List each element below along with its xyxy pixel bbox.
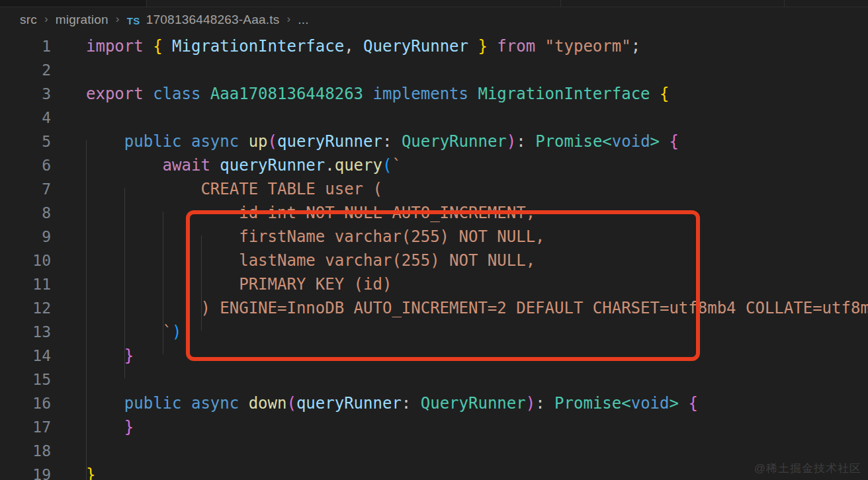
line-number[interactable]: 18 [0,439,51,463]
code-text: PRIMARY KEY (id) [51,272,392,296]
code-text: import { MigrationInterface, QueryRunner… [51,34,640,58]
active-editor-tab[interactable] [0,0,147,7]
code-line[interactable]: 16 public async down(queryRunner: QueryR… [0,391,868,415]
code-line[interactable]: 15 [0,368,868,391]
code-line[interactable]: 13 `) [0,320,868,344]
watermark: @稀土掘金技术社区 [754,461,861,476]
breadcrumb-item-filename[interactable]: 1708136448263-Aaa.ts [146,13,280,27]
code-text: lastName varchar(255) NOT NULL, [51,249,535,272]
code-editor[interactable]: 1import { MigrationInterface, QueryRunne… [0,34,868,480]
code-line[interactable]: 3export class Aaa1708136448263 implement… [0,82,868,106]
line-number[interactable]: 12 [0,296,51,320]
breadcrumb-item-symbol[interactable]: ... [298,13,308,27]
indent-guide [124,188,125,378]
code-line[interactable]: 6 await queryRunner.query(` [0,153,868,177]
code-text: id int NOT NULL AUTO_INCREMENT, [51,201,535,225]
typescript-file-icon: TS [127,15,140,26]
code-text: public async up(queryRunner: QueryRunner… [51,130,679,153]
code-text: CREATE TABLE user ( [51,177,382,201]
code-line[interactable]: 19} [0,463,868,480]
code-text: await queryRunner.query(` [51,153,402,177]
code-line[interactable]: 2 [0,58,868,82]
line-number[interactable]: 10 [0,249,51,272]
line-number[interactable]: 15 [0,368,51,391]
line-number[interactable]: 11 [0,272,51,296]
line-number[interactable]: 17 [0,415,51,439]
indent-guide [201,235,202,331]
code-line[interactable]: 17 } [0,415,868,439]
code-text [51,58,86,82]
code-text [51,439,86,463]
line-number[interactable]: 5 [0,130,51,153]
code-line[interactable]: 5 public async up(queryRunner: QueryRunn… [0,130,868,153]
code-line[interactable]: 11 PRIMARY KEY (id) [0,272,868,296]
code-text: } [51,415,134,439]
code-text: ) ENGINE=InnoDB AUTO_INCREMENT=2 DEFAULT… [51,296,868,320]
line-number[interactable]: 6 [0,153,51,177]
line-number[interactable]: 7 [0,177,51,201]
code-lines: 1import { MigrationInterface, QueryRunne… [0,34,868,480]
code-line[interactable]: 9 firstName varchar(255) NOT NULL, [0,225,868,249]
code-text [51,368,86,391]
indent-guide [163,212,163,354]
tab-divider [784,0,785,7]
chevron-right-icon: › [286,13,290,26]
code-line[interactable]: 8 id int NOT NULL AUTO_INCREMENT, [0,201,868,225]
line-number[interactable]: 19 [0,463,51,480]
code-line[interactable]: 18 [0,439,868,463]
code-text: `) [51,320,182,344]
code-text: export class Aaa1708136448263 implements… [51,82,669,106]
line-number[interactable]: 3 [0,82,51,106]
chevron-right-icon: › [116,13,120,26]
line-number[interactable]: 4 [0,106,51,130]
editor-tab-bar [0,0,868,7]
indent-guide [86,140,87,480]
code-line[interactable]: 7 CREATE TABLE user ( [0,177,868,201]
code-text: } [51,344,134,368]
line-number[interactable]: 13 [0,320,51,344]
line-number[interactable]: 8 [0,201,51,225]
line-number[interactable]: 16 [0,391,51,415]
code-text: public async down(queryRunner: QueryRunn… [51,391,698,415]
code-line[interactable]: 1import { MigrationInterface, QueryRunne… [0,34,868,58]
breadcrumb-item-src[interactable]: src [20,13,37,27]
code-line[interactable]: 12 ) ENGINE=InnoDB AUTO_INCREMENT=2 DEFA… [0,296,868,320]
tab-divider [560,0,561,7]
code-line[interactable]: 4 [0,106,868,130]
line-number[interactable]: 9 [0,225,51,249]
chevron-right-icon: › [44,13,48,26]
line-number[interactable]: 2 [0,58,51,82]
code-line[interactable]: 10 lastName varchar(255) NOT NULL, [0,249,868,272]
line-number[interactable]: 1 [0,34,51,58]
line-number[interactable]: 14 [0,344,51,368]
code-line[interactable]: 14 } [0,344,868,368]
breadcrumb: src › migration › TS 1708136448263-Aaa.t… [20,8,309,32]
code-text [51,106,86,130]
breadcrumb-item-migration[interactable]: migration [56,13,108,27]
code-text: } [51,463,95,480]
